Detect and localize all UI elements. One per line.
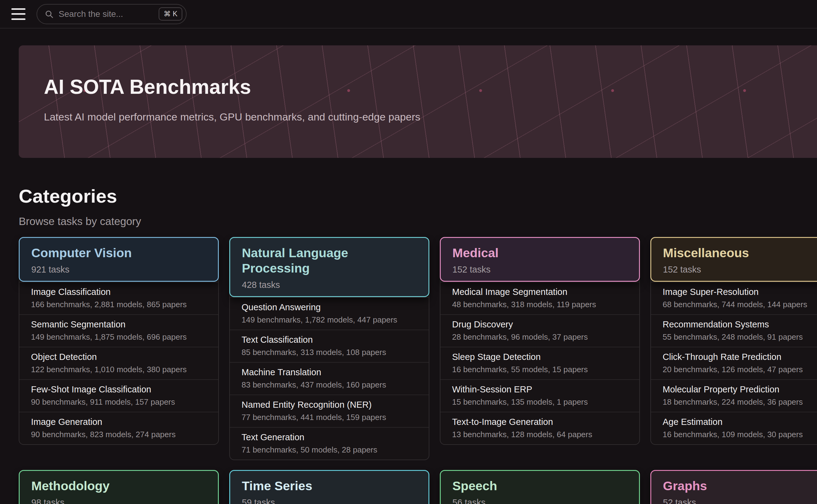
- category-header[interactable]: Natural Language Processing 428 tasks: [229, 237, 429, 297]
- task-stats: 68 benchmarks, 744 models, 144 papers: [663, 300, 817, 309]
- task-title: Few-Shot Image Classification: [31, 384, 207, 395]
- task-stats: 77 benchmarks, 441 models, 159 papers: [242, 413, 417, 422]
- task-stats: 149 benchmarks, 1,782 models, 447 papers: [242, 315, 417, 325]
- task-title: Sleep Stage Detection: [452, 352, 628, 362]
- task-stats: 16 benchmarks, 55 models, 15 papers: [452, 365, 628, 374]
- category-title: Speech: [452, 478, 627, 494]
- task-stats: 122 benchmarks, 1,010 models, 380 papers: [31, 365, 207, 374]
- category-header[interactable]: Miscellaneous 152 tasks: [650, 237, 817, 282]
- task-list-item[interactable]: Question Answering 149 benchmarks, 1,782…: [230, 297, 429, 330]
- task-title: Image Classification: [31, 287, 207, 297]
- page-title: AI SOTA Benchmarks: [44, 75, 817, 99]
- category-title: Computer Vision: [31, 245, 206, 261]
- task-list-item[interactable]: Within-Session ERP 15 benchmarks, 135 mo…: [440, 379, 639, 412]
- category-task-count: 921 tasks: [31, 264, 206, 275]
- task-list-item[interactable]: Image Super-Resolution 68 benchmarks, 74…: [651, 282, 817, 314]
- category-card-time-series: Time Series 59 tasks Time Series Forecas…: [229, 470, 429, 504]
- task-stats: 13 benchmarks, 128 models, 64 papers: [452, 430, 628, 439]
- task-list-item[interactable]: Semantic Segmentation 149 benchmarks, 1,…: [19, 314, 218, 347]
- task-list-item[interactable]: Drug Discovery 28 benchmarks, 96 models,…: [440, 314, 639, 347]
- task-list-item[interactable]: Machine Translation 83 benchmarks, 437 m…: [230, 362, 429, 395]
- task-list-item[interactable]: Image Classification 166 benchmarks, 2,8…: [19, 282, 218, 314]
- task-title: Molecular Property Prediction: [663, 384, 817, 395]
- hero-banner: AI SOTA Benchmarks Latest AI model perfo…: [19, 45, 817, 158]
- category-header[interactable]: Medical 152 tasks: [440, 237, 640, 282]
- section-subtitle: Browse tasks by category: [19, 215, 817, 228]
- category-task-count: 152 tasks: [663, 264, 817, 275]
- site-search[interactable]: ⌘ K: [36, 4, 186, 24]
- task-title: Medical Image Segmentation: [452, 287, 628, 297]
- task-list-item[interactable]: Text-to-Image Generation 13 benchmarks, …: [440, 412, 639, 444]
- task-stats: 15 benchmarks, 135 models, 1 papers: [452, 397, 628, 407]
- task-list-item[interactable]: Text Generation 71 benchmarks, 50 models…: [230, 427, 429, 460]
- page-subtitle: Latest AI model performance metrics, GPU…: [44, 111, 817, 123]
- task-title: Click-Through Rate Prediction: [663, 352, 817, 362]
- task-title: Recommendation Systems: [663, 319, 817, 330]
- task-stats: 18 benchmarks, 224 models, 36 papers: [663, 397, 817, 407]
- task-stats: 166 benchmarks, 2,881 models, 865 papers: [31, 300, 207, 309]
- category-header[interactable]: Graphs 52 tasks: [650, 470, 817, 504]
- task-list-item[interactable]: Object Detection 122 benchmarks, 1,010 m…: [19, 347, 218, 379]
- category-task-list: Medical Image Segmentation 48 benchmarks…: [440, 282, 639, 444]
- category-title: Miscellaneous: [663, 245, 817, 261]
- task-list-item[interactable]: Named Entity Recognition (NER) 77 benchm…: [230, 395, 429, 427]
- task-list-item[interactable]: Click-Through Rate Prediction 20 benchma…: [651, 347, 817, 379]
- task-stats: 55 benchmarks, 248 models, 91 papers: [663, 332, 817, 342]
- task-stats: 90 benchmarks, 823 models, 274 papers: [31, 430, 207, 439]
- category-task-count: 428 tasks: [242, 280, 417, 290]
- task-title: Text Generation: [242, 432, 417, 443]
- task-title: Image Generation: [31, 417, 207, 427]
- category-card-medical: Medical 152 tasks Medical Image Segmenta…: [440, 237, 640, 445]
- category-card-speech: Speech 56 tasks Speech Recognition: [440, 470, 640, 504]
- task-stats: 85 benchmarks, 313 models, 108 papers: [242, 348, 417, 357]
- task-title: Text-to-Image Generation: [452, 417, 628, 427]
- category-header[interactable]: Methodology 98 tasks: [19, 470, 219, 504]
- task-title: Drug Discovery: [452, 319, 628, 330]
- task-stats: 48 benchmarks, 318 models, 119 papers: [452, 300, 628, 309]
- search-icon: [44, 10, 54, 19]
- task-list-item[interactable]: Sleep Stage Detection 16 benchmarks, 55 …: [440, 347, 639, 379]
- task-stats: 71 benchmarks, 50 models, 28 papers: [242, 445, 417, 455]
- category-card-methodology: Methodology 98 tasks Outlier Detection: [19, 470, 219, 504]
- section-title: Categories: [19, 185, 817, 208]
- task-title: Machine Translation: [242, 367, 417, 378]
- category-header[interactable]: Time Series 59 tasks: [229, 470, 429, 504]
- category-task-count: 152 tasks: [452, 264, 627, 275]
- task-list-item[interactable]: Image Generation 90 benchmarks, 823 mode…: [19, 412, 218, 444]
- task-list-item[interactable]: Molecular Property Prediction 18 benchma…: [651, 379, 817, 412]
- category-title: Natural Language Processing: [242, 245, 417, 276]
- category-title: Time Series: [242, 478, 417, 494]
- task-list-item[interactable]: Few-Shot Image Classification 90 benchma…: [19, 379, 218, 412]
- task-title: Within-Session ERP: [452, 384, 628, 395]
- category-card-nlp: Natural Language Processing 428 tasks Qu…: [229, 237, 429, 460]
- task-title: Object Detection: [31, 352, 207, 362]
- categories-section-header: Categories Browse tasks by category: [19, 185, 817, 228]
- search-input[interactable]: [58, 9, 154, 19]
- category-task-list: Image Super-Resolution 68 benchmarks, 74…: [651, 282, 817, 444]
- category-task-count: 98 tasks: [31, 497, 206, 504]
- category-task-count: 56 tasks: [452, 497, 627, 504]
- category-task-count: 59 tasks: [242, 497, 417, 504]
- category-task-list: Image Classification 166 benchmarks, 2,8…: [19, 282, 218, 444]
- top-bar: ⌘ K: [0, 0, 817, 29]
- task-list-item[interactable]: Age Estimation 16 benchmarks, 109 models…: [651, 412, 817, 444]
- category-header[interactable]: Computer Vision 921 tasks: [19, 237, 219, 282]
- task-title: Text Classification: [242, 334, 417, 345]
- task-stats: 83 benchmarks, 437 models, 160 papers: [242, 380, 417, 390]
- task-title: Named Entity Recognition (NER): [242, 399, 417, 410]
- category-header[interactable]: Speech 56 tasks: [440, 470, 640, 504]
- category-card-graphs: Graphs 52 tasks Node Classification: [650, 470, 817, 504]
- hamburger-menu-button[interactable]: [11, 8, 25, 20]
- task-list-item[interactable]: Medical Image Segmentation 48 benchmarks…: [440, 282, 639, 314]
- task-title: Image Super-Resolution: [663, 287, 817, 297]
- keyboard-shortcut-badge: ⌘ K: [159, 7, 182, 21]
- category-grid: Computer Vision 921 tasks Image Classifi…: [19, 237, 817, 504]
- task-list-item[interactable]: Recommendation Systems 55 benchmarks, 24…: [651, 314, 817, 347]
- task-title: Semantic Segmentation: [31, 319, 207, 330]
- task-title: Age Estimation: [663, 417, 817, 427]
- task-list-item[interactable]: Text Classification 85 benchmarks, 313 m…: [230, 330, 429, 362]
- task-stats: 28 benchmarks, 96 models, 37 papers: [452, 332, 628, 342]
- category-task-list: Question Answering 149 benchmarks, 1,782…: [230, 297, 429, 460]
- task-stats: 90 benchmarks, 911 models, 157 papers: [31, 397, 207, 407]
- category-title: Graphs: [663, 478, 817, 494]
